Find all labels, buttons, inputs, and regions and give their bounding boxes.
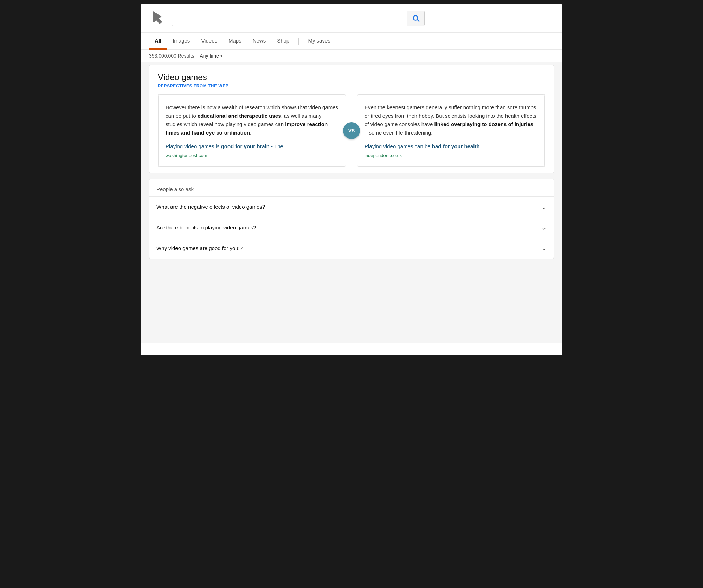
right-panel-text: Even the keenest gamers generally suffer… xyxy=(365,103,537,137)
perspective-right-panel: Even the keenest gamers generally suffer… xyxy=(357,94,545,167)
people-also-ask-card: People also ask What are the negative ef… xyxy=(149,179,554,259)
left-panel-link[interactable]: Playing video games is good for your bra… xyxy=(166,143,289,149)
search-button[interactable] xyxy=(407,11,424,26)
chevron-down-icon-3: ⌄ xyxy=(541,244,547,252)
svg-line-1 xyxy=(417,20,419,21)
right-panel-link[interactable]: Playing video games can be bad for your … xyxy=(365,143,485,149)
left-panel-link-block: Playing video games is good for your bra… xyxy=(166,143,338,158)
search-box: are video games bad for you xyxy=(172,11,425,26)
ask-item-3[interactable]: Why video games are good for you!? ⌄ xyxy=(149,238,554,259)
perspectives-title: Video games xyxy=(158,72,545,82)
tab-images[interactable]: Images xyxy=(167,33,195,50)
results-bar: 353,000,000 Results Any time ▾ xyxy=(141,50,562,62)
chevron-down-icon: ▾ xyxy=(220,53,222,58)
ask-item-2[interactable]: Are there benefits in playing video game… xyxy=(149,217,554,238)
tab-my-saves[interactable]: My saves xyxy=(302,33,336,50)
perspectives-card: Video games PERSPECTIVES FROM THE WEB Ho… xyxy=(149,65,554,173)
time-filter[interactable]: Any time ▾ xyxy=(200,53,222,59)
tab-all[interactable]: All xyxy=(149,33,167,50)
bing-logo xyxy=(149,10,166,27)
vs-badge: VS xyxy=(343,122,360,139)
chevron-down-icon-1: ⌄ xyxy=(541,203,547,211)
tab-videos[interactable]: Videos xyxy=(195,33,223,50)
left-panel-source: washingtonpost.com xyxy=(166,153,338,158)
nav-tabs: All Images Videos Maps News Shop | My sa… xyxy=(141,33,562,50)
perspective-left-panel: However there is now a wealth of researc… xyxy=(158,94,346,167)
perspectives-panels: However there is now a wealth of researc… xyxy=(158,94,545,167)
results-count: 353,000,000 Results xyxy=(149,53,194,59)
people-also-ask-header: People also ask xyxy=(149,179,554,196)
main-content: Video games PERSPECTIVES FROM THE WEB Ho… xyxy=(141,62,562,343)
right-panel-link-block: Playing video games can be bad for your … xyxy=(365,143,537,158)
perspectives-subtitle: PERSPECTIVES FROM THE WEB xyxy=(158,84,545,89)
browser-window: are video games bad for you All Images V… xyxy=(141,4,562,355)
search-header: are video games bad for you xyxy=(141,4,562,33)
search-input[interactable]: are video games bad for you xyxy=(172,12,407,25)
tab-maps[interactable]: Maps xyxy=(223,33,247,50)
ask-item-1[interactable]: What are the negative effects of video g… xyxy=(149,196,554,217)
tab-news[interactable]: News xyxy=(247,33,272,50)
ask-question-2: Are there benefits in playing video game… xyxy=(156,224,256,230)
left-panel-text: However there is now a wealth of researc… xyxy=(166,103,338,137)
ask-question-1: What are the negative effects of video g… xyxy=(156,204,265,210)
time-filter-label: Any time xyxy=(200,53,219,59)
ask-question-3: Why video games are good for you!? xyxy=(156,245,243,251)
right-panel-source: independent.co.uk xyxy=(365,153,537,158)
search-icon xyxy=(412,14,420,22)
tab-shop[interactable]: Shop xyxy=(271,33,295,50)
chevron-down-icon-2: ⌄ xyxy=(541,224,547,231)
nav-divider: | xyxy=(298,38,299,45)
